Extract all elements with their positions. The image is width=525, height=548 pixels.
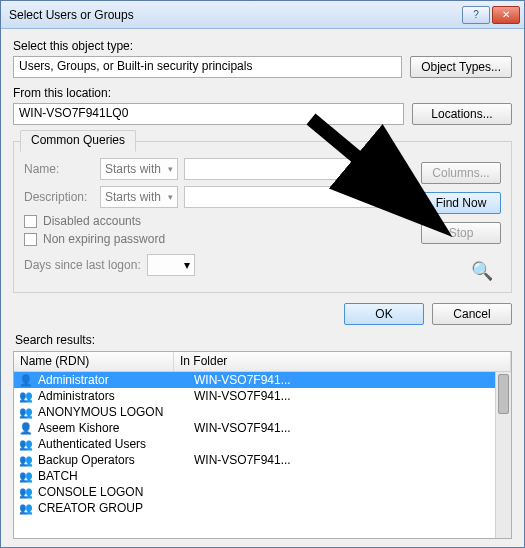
cell-folder: WIN-VSO7F941... [190,389,507,403]
window-title: Select Users or Groups [9,8,460,22]
non-expiring-label: Non expiring password [43,232,165,246]
find-now-button[interactable]: Find Now [421,192,501,214]
cell-name: ANONYMOUS LOGON [38,405,190,419]
group-icon: 👥 [18,501,34,515]
query-fields: Name: Starts with ▾ Description: Starts … [24,158,391,282]
ok-button[interactable]: OK [344,303,424,325]
location-field[interactable]: WIN-VSO7F941LQ0 [13,103,404,125]
name-match-combo[interactable]: Starts with ▾ [100,158,178,180]
search-results-label: Search results: [15,333,512,347]
col-folder-header[interactable]: In Folder [174,352,511,371]
query-buttons: Columns... Find Now Stop 🔍 [391,158,501,282]
close-button[interactable]: ✕ [492,6,520,24]
name-input[interactable] [184,158,391,180]
table-row[interactable]: 👥AdministratorsWIN-VSO7F941... [14,388,511,404]
columns-button[interactable]: Columns... [421,162,501,184]
cell-name: CONSOLE LOGON [38,485,190,499]
results-grid: Name (RDN) In Folder 👤AdministratorWIN-V… [13,351,512,539]
table-row[interactable]: 👤AdministratorWIN-VSO7F941... [14,372,511,388]
description-match-combo[interactable]: Starts with ▾ [100,186,178,208]
user-icon: 👤 [18,421,34,435]
description-input[interactable] [184,186,391,208]
group-icon: 👥 [18,453,34,467]
help-button[interactable]: ? [462,6,490,24]
group-icon: 👥 [18,389,34,403]
grid-body: 👤AdministratorWIN-VSO7F941...👥Administra… [14,372,511,538]
grid-header: Name (RDN) In Folder [14,352,511,372]
group-icon: 👥 [18,405,34,419]
table-row[interactable]: 👥CREATOR GROUP [14,500,511,516]
table-row[interactable]: 👥BATCH [14,468,511,484]
search-icon: 🔍 [471,260,501,282]
object-types-button[interactable]: Object Types... [410,56,512,78]
cell-name: BATCH [38,469,190,483]
scrollbar-thumb[interactable] [498,374,509,414]
cell-folder: WIN-VSO7F941... [190,453,507,467]
table-row[interactable]: 👤Aseem KishoreWIN-VSO7F941... [14,420,511,436]
dialog-window: Select Users or Groups ? ✕ Select this o… [0,0,525,548]
chevron-down-icon: ▾ [168,192,173,202]
table-row[interactable]: 👥Backup OperatorsWIN-VSO7F941... [14,452,511,468]
cell-name: CREATOR GROUP [38,501,190,515]
titlebar: Select Users or Groups ? ✕ [1,1,524,29]
name-label: Name: [24,162,94,176]
common-queries-group: Common Queries Name: Starts with ▾ Descr… [13,141,512,293]
table-row[interactable]: 👥Authenticated Users [14,436,511,452]
non-expiring-checkbox[interactable] [24,233,37,246]
days-since-logon-combo[interactable]: ▾ [147,254,195,276]
object-type-field[interactable]: Users, Groups, or Built-in security prin… [13,56,402,78]
common-queries-tab[interactable]: Common Queries [20,130,136,152]
stop-button[interactable]: Stop [421,222,501,244]
group-icon: 👥 [18,485,34,499]
chevron-down-icon: ▾ [184,258,190,272]
table-row[interactable]: 👥CONSOLE LOGON [14,484,511,500]
disabled-accounts-checkbox[interactable] [24,215,37,228]
cell-name: Backup Operators [38,453,190,467]
cell-name: Administrator [38,373,190,387]
days-since-logon-label: Days since last logon: [24,258,141,272]
cell-folder: WIN-VSO7F941... [190,421,507,435]
cell-name: Aseem Kishore [38,421,190,435]
from-location-label: From this location: [13,86,512,100]
cell-folder: WIN-VSO7F941... [190,373,507,387]
locations-button[interactable]: Locations... [412,103,512,125]
cancel-button[interactable]: Cancel [432,303,512,325]
user-icon: 👤 [18,373,34,387]
scrollbar[interactable] [495,372,511,538]
disabled-accounts-label: Disabled accounts [43,214,141,228]
dialog-body: Select this object type: Users, Groups, … [1,29,524,547]
description-label: Description: [24,190,94,204]
cell-name: Authenticated Users [38,437,190,451]
chevron-down-icon: ▾ [168,164,173,174]
object-type-label: Select this object type: [13,39,512,53]
table-row[interactable]: 👥ANONYMOUS LOGON [14,404,511,420]
group-icon: 👥 [18,437,34,451]
col-name-header[interactable]: Name (RDN) [14,352,174,371]
cell-name: Administrators [38,389,190,403]
group-icon: 👥 [18,469,34,483]
